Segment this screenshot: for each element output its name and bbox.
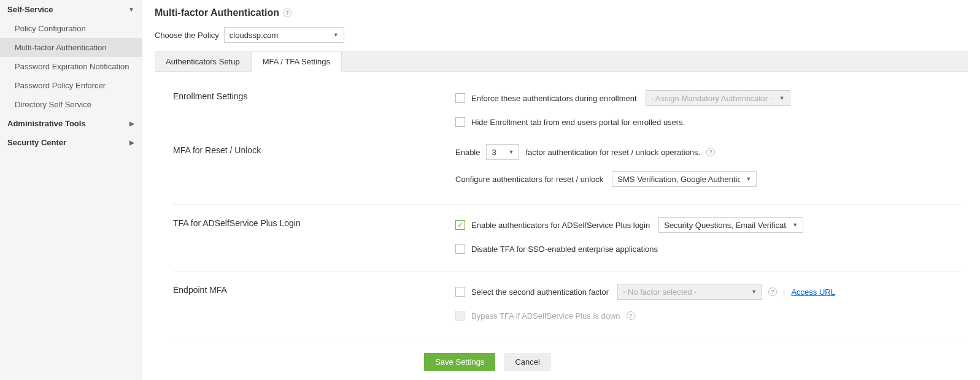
reset-enable-post: factor authentication for reset / unlock… [525,148,700,157]
policy-value: cloudssp.com [230,31,278,40]
tfa-title: TFA for ADSelfService Plus Login [173,217,455,254]
divider [173,271,962,272]
reset-configure-label: Configure authenticators for reset / unl… [455,175,603,184]
sidebar-self-service[interactable]: Self-Service ▼ [0,0,142,19]
divider [173,338,962,338]
help-icon[interactable]: ? [283,9,291,17]
button-row: Save Settings Cancel [142,353,962,380]
sidebar: Self-Service ▼ Policy Configuration Mult… [0,0,142,380]
tfa-authenticators-select[interactable]: Security Questions, Email Verification ▼ [658,217,803,233]
tabs-bar: Authenticators Setup MFA / TFA Settings [155,51,968,72]
enforce-row: Enforce these authenticators during enro… [455,90,962,106]
chevron-down-icon: ▼ [746,176,751,182]
section-tfa-login: TFA for ADSelfService Plus Login Enable … [173,217,962,254]
sidebar-security-center[interactable]: Security Center ▶ [0,133,142,152]
hide-enrollment-row: Hide Enrollment tab from end users porta… [455,117,962,127]
tab-mfa-tfa-settings[interactable]: MFA / TFA Settings [251,51,342,72]
chevron-down-icon: ▼ [779,95,785,101]
chevron-down-icon: ▼ [333,32,339,38]
enrollment-title: Enrollment Settings [173,90,455,127]
tfa-enable-label: Enable authenticators for ADSelfService … [471,221,650,230]
endpoint-factor-placeholder: - No factor selected - [623,287,697,297]
tfa-disable-row: Disable TFA for SSO-enabled enterprise a… [455,244,962,254]
page-title-text: Multi-factor Authentication [155,7,279,18]
endpoint-bypass-label: Bypass TFA if ADSelfService Plus is down [471,311,620,321]
chevron-down-icon: ▼ [509,149,514,155]
sidebar-item-policy-config[interactable]: Policy Configuration [0,19,142,38]
reset-enable-row: Enable 3 ▼ factor authentication for res… [455,144,962,160]
sidebar-item-directory-self-service[interactable]: Directory Self Service [0,95,142,114]
endpoint-bypass-checkbox [455,311,465,321]
separator: | [783,287,785,297]
divider [173,204,962,205]
save-button[interactable]: Save Settings [424,353,495,371]
chevron-down-icon: ▼ [751,289,757,295]
endpoint-select-checkbox[interactable] [455,287,465,297]
enforce-checkbox[interactable] [455,93,465,103]
help-icon[interactable]: ? [627,311,635,320]
sidebar-security-center-label: Security Center [7,138,66,147]
endpoint-select-row: Select the second authentication factor … [455,284,962,300]
reset-auth-value: SMS Verification, Google Authenticator [617,175,740,184]
help-icon[interactable]: ? [706,148,715,156]
tfa-disable-label: Disable TFA for SSO-enabled enterprise a… [471,245,658,254]
endpoint-factor-select[interactable]: - No factor selected - ▼ [617,284,762,300]
chevron-right-icon: ▶ [129,139,134,146]
page-title: Multi-factor Authentication ? [155,7,968,18]
tab-authenticators-setup[interactable]: Authenticators Setup [155,52,251,71]
policy-row: Choose the Policy cloudssp.com ▼ [155,27,968,43]
sidebar-self-service-label: Self-Service [7,5,53,14]
cancel-button[interactable]: Cancel [504,353,550,371]
main-content: Multi-factor Authentication ? Choose the… [142,0,980,380]
endpoint-title: Endpoint MFA [173,284,455,321]
reset-authenticators-select[interactable]: SMS Verification, Google Authenticator ▼ [612,171,757,187]
settings-content: Enrollment Settings Enforce these authen… [155,72,968,380]
hide-enrollment-checkbox[interactable] [455,117,465,127]
policy-label: Choose the Policy [155,31,219,40]
chevron-down-icon: ▼ [128,6,134,13]
tfa-auth-value: Security Questions, Email Verification [664,221,787,230]
sidebar-admin-tools[interactable]: Administrative Tools ▶ [0,114,142,133]
chevron-down-icon: ▼ [792,222,798,228]
enforce-label: Enforce these authenticators during enro… [471,94,637,103]
sidebar-admin-tools-label: Administrative Tools [7,119,86,128]
reset-configure-row: Configure authenticators for reset / unl… [455,171,962,187]
sidebar-item-mfa[interactable]: Multi-factor Authentication [0,38,142,57]
endpoint-select-label: Select the second authentication factor [471,287,609,297]
reset-factor-select[interactable]: 3 ▼ [486,144,519,160]
sidebar-item-password-expiration[interactable]: Password Expiration Notification [0,57,142,76]
endpoint-bypass-row: Bypass TFA if ADSelfService Plus is down… [455,311,962,321]
reset-title: MFA for Reset / Unlock [173,144,455,187]
section-endpoint-mfa: Endpoint MFA Select the second authentic… [173,284,962,321]
policy-select[interactable]: cloudssp.com ▼ [224,27,344,43]
access-url-link[interactable]: Access URL [791,287,835,297]
section-enrollment: Enrollment Settings Enforce these authen… [173,90,962,127]
reset-enable-pre: Enable [455,148,480,157]
tfa-enable-checkbox[interactable] [455,220,465,230]
sidebar-item-password-policy[interactable]: Password Policy Enforcer [0,76,142,95]
tfa-enable-row: Enable authenticators for ADSelfService … [455,217,962,233]
hide-enrollment-label: Hide Enrollment tab from end users porta… [471,118,685,127]
reset-factor-value: 3 [492,148,496,157]
assign-authenticator-select[interactable]: - Assign Mandatory Authenticator - ▼ [646,90,790,106]
help-icon[interactable]: ? [768,287,777,296]
assign-placeholder: - Assign Mandatory Authenticator - [651,94,773,103]
tfa-disable-sso-checkbox[interactable] [455,244,465,254]
section-reset-unlock: MFA for Reset / Unlock Enable 3 ▼ factor… [173,144,962,187]
chevron-right-icon: ▶ [129,120,134,127]
